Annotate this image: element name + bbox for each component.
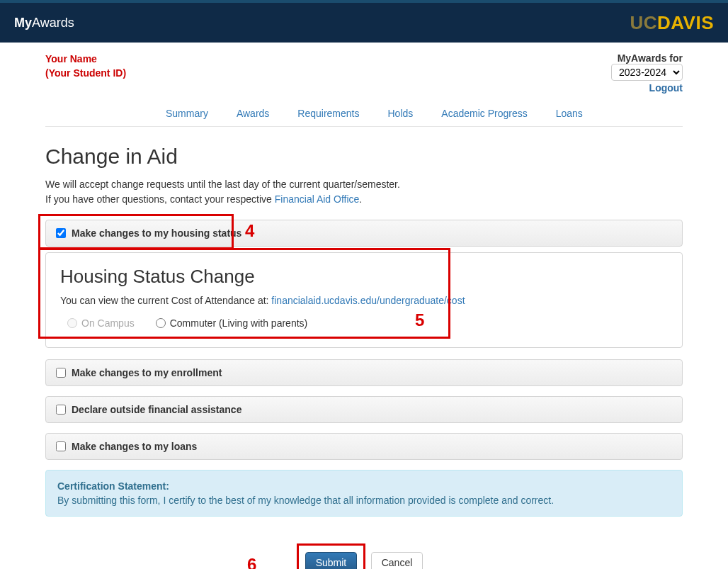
accordion-housing[interactable]: Make changes to my housing status — [45, 220, 683, 247]
loans-checkbox[interactable] — [56, 441, 66, 451]
enrollment-label: Make changes to my enrollment — [72, 367, 222, 378]
main-container: Your Name (Your Student ID) MyAwards for… — [31, 43, 697, 569]
submit-button[interactable]: Submit — [305, 552, 358, 569]
outside-checkbox[interactable] — [56, 405, 66, 415]
radio-oncampus-input — [67, 318, 77, 328]
certification-box: Certification Statement: By submitting t… — [45, 470, 683, 517]
brand-strong: My — [14, 16, 32, 30]
ucdavis-logo: UCDAVIS — [630, 12, 714, 34]
radio-commuter-input[interactable] — [156, 318, 166, 328]
cost-link[interactable]: financialaid.ucdavis.edu/undergraduate/c… — [271, 295, 465, 306]
intro-text: We will accept change requests until the… — [45, 177, 683, 207]
accordion-loans[interactable]: Make changes to my loans — [45, 433, 683, 460]
loans-label: Make changes to my loans — [72, 441, 197, 452]
housing-panel-heading: Housing Status Change — [60, 266, 668, 288]
intro-line2: If you have other questions, contact you… — [45, 192, 683, 207]
brand-light: Awards — [32, 16, 74, 30]
housing-label: Make changes to my housing status — [72, 227, 241, 239]
cancel-button[interactable]: Cancel — [371, 552, 423, 569]
radio-oncampus: On Campus — [67, 317, 135, 329]
user-bar: Your Name (Your Student ID) MyAwards for… — [45, 43, 683, 94]
year-label: MyAwards for — [611, 52, 683, 64]
year-select[interactable]: 2023-2024 — [611, 64, 683, 81]
radio-commuter[interactable]: Commuter (Living with parents) — [156, 317, 308, 329]
accordion-enrollment[interactable]: Make changes to my enrollment — [45, 359, 683, 386]
enrollment-checkbox[interactable] — [56, 368, 66, 378]
button-row: 6 Submit Cancel — [45, 552, 683, 569]
cert-body: By submitting this form, I certify to th… — [57, 495, 671, 506]
user-id: (Your Student ID) — [45, 67, 126, 81]
logout-link[interactable]: Logout — [649, 82, 683, 94]
uc-main: DAVIS — [657, 12, 714, 34]
page-title: Change in Aid — [45, 145, 683, 169]
top-bar: MyAwards UCDAVIS — [0, 0, 728, 43]
housing-panel-desc: You can view the current Cost of Attenda… — [60, 295, 668, 306]
fin-aid-office-link[interactable]: Financial Aid Office — [275, 193, 360, 205]
housing-checkbox[interactable] — [56, 228, 66, 238]
cert-title: Certification Statement: — [57, 480, 671, 492]
uc-prefix: UC — [630, 12, 657, 34]
nav-loans[interactable]: Loans — [556, 108, 583, 119]
housing-panel: Housing Status Change You can view the c… — [45, 252, 683, 348]
accordion-outside[interactable]: Declare outside financial assistance — [45, 396, 683, 423]
nav-requirements[interactable]: Requirements — [297, 108, 359, 119]
nav-summary[interactable]: Summary — [166, 108, 208, 119]
nav-holds[interactable]: Holds — [388, 108, 414, 119]
main-nav: Summary Awards Requirements Holds Academ… — [45, 108, 683, 127]
housing-radio-row: On Campus Commuter (Living with parents) — [60, 317, 668, 329]
intro-line1: We will accept change requests until the… — [45, 177, 683, 192]
annotation-num-6: 6 — [247, 555, 256, 569]
nav-academic[interactable]: Academic Progress — [441, 108, 527, 119]
user-name: Your Name — [45, 52, 126, 67]
year-block: MyAwards for 2023-2024 Logout — [611, 52, 683, 94]
nav-awards[interactable]: Awards — [237, 108, 269, 119]
outside-label: Declare outside financial assistance — [72, 404, 241, 415]
user-info: Your Name (Your Student ID) — [45, 52, 126, 94]
brand: MyAwards — [14, 16, 74, 30]
